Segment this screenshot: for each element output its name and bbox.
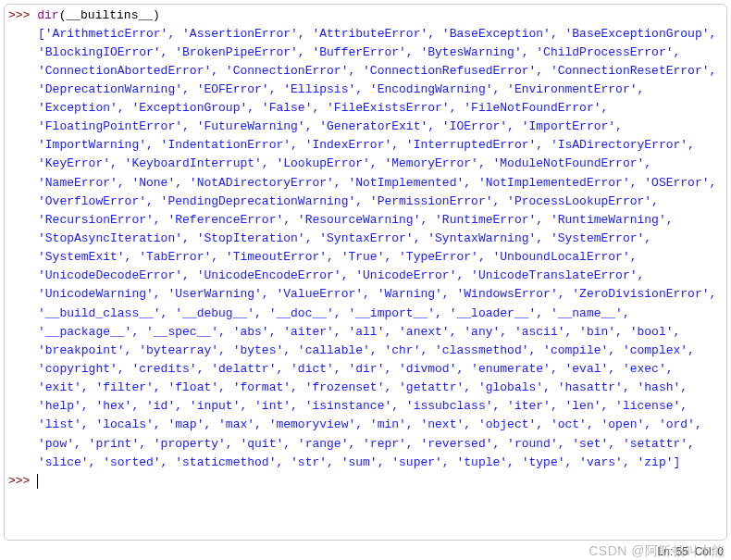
ln-value: 55: [676, 545, 688, 558]
text-cursor: [37, 474, 38, 489]
ln-label: Ln:: [658, 545, 674, 558]
next-prompt-line[interactable]: >>>: [5, 472, 726, 491]
output-block: ['ArithmeticError', 'AssertionError', 'A…: [5, 25, 726, 472]
col-label: Col:: [695, 545, 714, 558]
col-value: 0: [717, 545, 724, 558]
close-paren: ): [153, 8, 160, 22]
prompt: >>>: [8, 472, 37, 491]
status-bar: Ln: 55 Col: 0: [658, 545, 724, 558]
python-shell-editor[interactable]: >>> dir(__builtins__) ['ArithmeticError'…: [4, 4, 727, 541]
code-input: dir(__builtins__): [37, 6, 160, 25]
call-name: dir: [37, 8, 58, 22]
arg-name: __builtins__: [66, 8, 153, 22]
prompt: >>>: [8, 6, 37, 25]
input-line: >>> dir(__builtins__): [5, 6, 726, 25]
